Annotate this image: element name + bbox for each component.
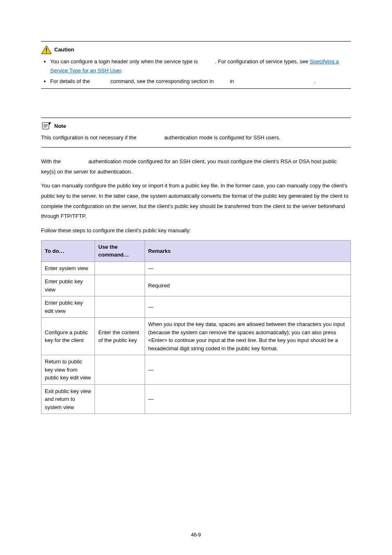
warning-triangle-icon: [41, 45, 52, 55]
paragraph: With the publickey authentication mode c…: [41, 157, 351, 177]
divider: [41, 41, 351, 42]
caution-block: Caution You can configure a login header…: [41, 41, 351, 89]
table-row: Return to public key view from public ke…: [42, 355, 351, 385]
page-number: 46-9: [0, 531, 392, 539]
config-table: To do… Use the command… Remarks Enter sy…: [41, 240, 351, 414]
note-header: Note: [41, 121, 351, 130]
caution-title: Caution: [54, 46, 74, 54]
table-row: Configure a public key for the client En…: [42, 318, 351, 355]
table-row: Enter public key view public-key peer ke…: [42, 275, 351, 296]
table-body: Enter system view system-view — Enter pu…: [42, 261, 351, 414]
svg-rect-2: [46, 52, 47, 53]
table-row: Exit public key view and return to syste…: [42, 384, 351, 414]
paragraph: Follow these steps to configure the clie…: [41, 226, 351, 236]
col-header: Use the command…: [95, 240, 145, 261]
section-heading: Configuring the Public Key of a Client o…: [41, 101, 351, 111]
divider: [41, 88, 351, 89]
notepad-icon: [41, 121, 52, 130]
page-container: Caution You can configure a login header…: [0, 0, 392, 555]
col-header: Remarks: [145, 240, 350, 261]
table-row: Enter public key edit view public-key-co…: [42, 296, 351, 318]
col-header: To do…: [42, 240, 95, 261]
note-text: This configuration is not necessary if t…: [41, 133, 351, 143]
svg-rect-1: [46, 48, 47, 51]
table-row: Enter system view system-view —: [42, 261, 351, 275]
caution-header: Caution: [41, 45, 351, 55]
paragraph: You can manually configure the public ke…: [41, 181, 351, 222]
caution-item: For details of the header command, see t…: [50, 77, 351, 86]
divider: [41, 118, 351, 118]
note-block: Note This configuration is not necessary…: [41, 118, 351, 148]
divider: [41, 147, 351, 148]
table-header-row: To do… Use the command… Remarks: [42, 240, 351, 261]
note-title: Note: [54, 122, 66, 130]
caution-item: You can configure a login header only wh…: [50, 57, 351, 75]
caution-list: You can configure a login header only wh…: [41, 57, 351, 86]
